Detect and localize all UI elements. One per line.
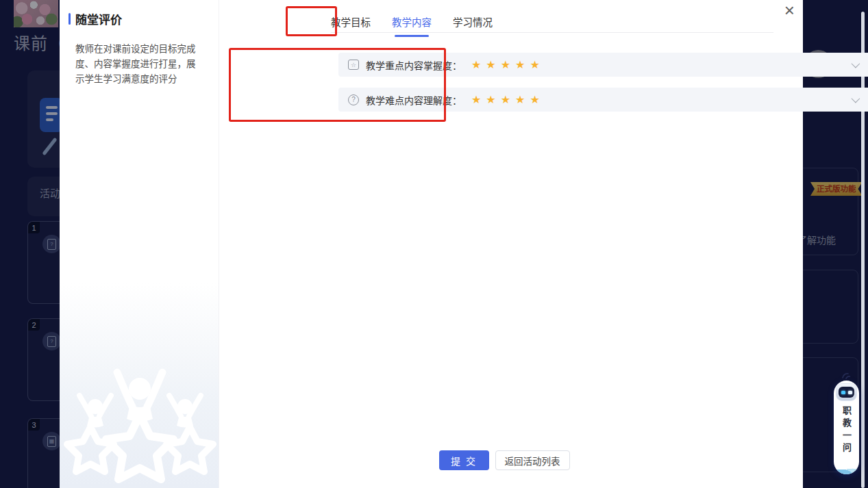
rating-row-key-content[interactable]: ☆ 教学重点内容掌握度： ★★★★★ [338, 53, 868, 77]
modal-description: 教师在对课前设定的目标完成度、内容掌握度进行打星，展示学生学习满意度的评分 [75, 42, 203, 87]
robot-eye [848, 391, 852, 394]
tab-learning-situation[interactable]: 学习情况 [453, 14, 493, 37]
classroom-evaluation-modal: 随堂评价 教师在对课前设定的目标完成度、内容掌握度进行打星，展示学生学习满意度的… [60, 0, 803, 488]
tab-teaching-objectives[interactable]: 教学目标 [331, 14, 371, 37]
antenna-icon [841, 372, 851, 381]
star-rating[interactable]: ★★★★★ [471, 94, 545, 105]
sidebar-title-row: 随堂评价 [60, 0, 219, 27]
modal-footer: 提 交 返回活动列表 [212, 450, 796, 470]
modal-sidebar: 随堂评价 教师在对课前设定的目标完成度、内容掌握度进行打星，展示学生学习满意度的… [60, 0, 219, 488]
rating-label: 教学难点内容理解度： [366, 93, 462, 107]
modal-content: × 教学目标 教学内容 学习情况 ☆ 教学重点内容掌握度： ★★★★★ ? 教学… [219, 0, 803, 488]
robot-screen [839, 387, 854, 398]
rating-row-difficult-content[interactable]: ? 教学难点内容理解度： ★★★★★ [338, 88, 868, 112]
question-glyph: ? [348, 94, 359, 105]
close-icon[interactable]: × [784, 1, 795, 19]
rating-label: 教学重点内容掌握度： [366, 58, 462, 72]
robot-eye [841, 391, 845, 394]
robot-icon [836, 383, 857, 401]
folder-star-icon: ☆ [348, 60, 359, 70]
question-circle-icon: ? [348, 94, 359, 105]
page-scrollbar[interactable] [861, 12, 865, 488]
screen: 课前（ 活动 1 ? 2 ? 3 ▦ 作业 正式版功能 了解功能 [0, 0, 868, 488]
modal-title: 随堂评价 [75, 10, 122, 27]
star-rating[interactable]: ★★★★★ [471, 60, 545, 70]
tabs-divider [331, 32, 773, 33]
title-accent-bar [69, 13, 71, 25]
people-stars-illustration [60, 368, 219, 488]
submit-button[interactable]: 提 交 [439, 450, 489, 470]
evaluation-tabs: 教学目标 教学内容 学习情况 [331, 14, 493, 37]
back-to-activity-list-button[interactable]: 返回活动列表 [495, 450, 570, 470]
tab-teaching-content[interactable]: 教学内容 [392, 14, 432, 37]
assistant-pill[interactable]: 职教一问 [834, 381, 859, 474]
chevron-down-icon[interactable] [852, 60, 860, 68]
assistant-label: 职教一问 [842, 406, 851, 455]
folder-star-glyph: ☆ [348, 60, 359, 70]
wave-decoration [834, 461, 859, 474]
chevron-down-icon[interactable] [852, 94, 860, 103]
assistant-widget[interactable]: 职教一问 [833, 372, 860, 476]
